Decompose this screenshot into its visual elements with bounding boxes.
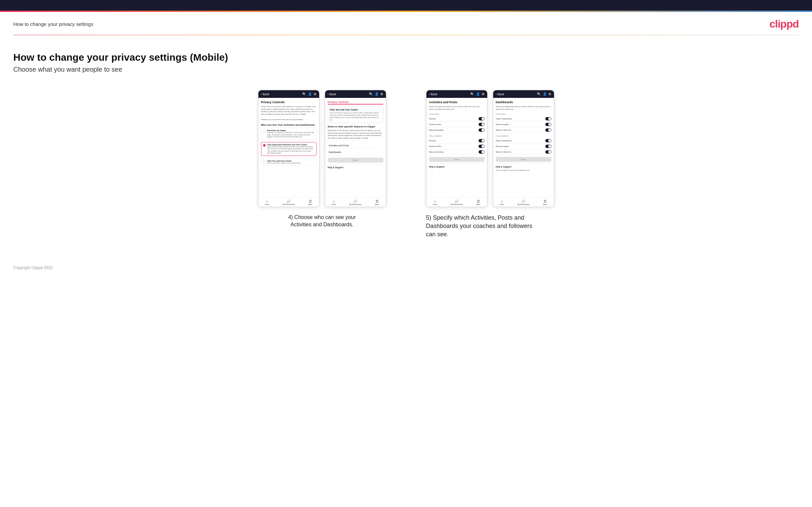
nav-performance-2[interactable]: 📈 My Performance xyxy=(349,200,362,206)
toggle-round-insights-followers[interactable]: Round Insights xyxy=(496,144,551,149)
nav-menu-3[interactable]: ☰ Menu xyxy=(476,200,480,206)
drills-followers-toggle[interactable] xyxy=(478,145,485,148)
radio-everyone[interactable] xyxy=(263,130,266,132)
radio-option-only-you[interactable]: Only You and Your Coach Only you and the… xyxy=(261,158,316,166)
screen4-subtitle: Select the dashboards that you'd like to… xyxy=(496,106,551,111)
screen2-back[interactable]: ‹ Back xyxy=(328,93,337,96)
radio-everyone-desc: Everyone on Clippd can search for you an… xyxy=(267,131,314,138)
radio-option-approved[interactable]: Only Approved Followers and Your Coach O… xyxy=(261,142,316,156)
help-support-2: Help & Support xyxy=(328,164,383,170)
screenshots-row: ‹ Back 🔍 👤 ⚙ Privacy Controls Control ho… xyxy=(13,90,799,239)
what-to-work-on-coaches-toggle[interactable] xyxy=(545,128,551,132)
toggle-rounds-coaches[interactable]: Rounds xyxy=(429,116,485,122)
home-label-2: Home xyxy=(332,204,336,206)
save-button-4[interactable]: Save xyxy=(496,157,551,162)
toggle-player-dashboard-coaches[interactable]: Player Dashboard xyxy=(496,116,551,122)
screen2-icons: 🔍 👤 ⚙ xyxy=(369,92,383,96)
nav-menu-1[interactable]: ☰ Menu xyxy=(308,200,312,206)
search-icon[interactable]: 🔍 xyxy=(302,92,306,96)
nav-performance-1[interactable]: 📈 My Performance xyxy=(283,200,295,206)
people-icon-4[interactable]: 👤 xyxy=(543,92,547,96)
search-icon-4[interactable]: 🔍 xyxy=(537,92,541,96)
nav-menu-4[interactable]: ☰ Menu xyxy=(543,200,547,206)
screen2-tab[interactable]: Privacy Controls xyxy=(328,101,383,104)
screen3-back[interactable]: ‹ Back xyxy=(429,93,438,96)
what-to-work-on-followers-toggle[interactable] xyxy=(545,150,551,154)
radio-option-everyone[interactable]: Everyone on Clippd Everyone on Clippd ca… xyxy=(261,128,316,140)
nav-performance-4[interactable]: 📈 My Performance xyxy=(517,200,530,206)
toggle-rounds-followers[interactable]: Rounds xyxy=(429,138,485,144)
radio-only-you[interactable] xyxy=(263,160,266,163)
mobile-screen-3: ‹ Back 🔍 👤 ⚙ Activities and Posts Select… xyxy=(426,90,488,207)
search-icon-2[interactable]: 🔍 xyxy=(369,92,373,96)
nav-home-4[interactable]: ⌂ Home xyxy=(500,200,504,206)
settings-icon-4[interactable]: ⚙ xyxy=(548,92,551,96)
nav-performance-3[interactable]: 📈 My Performance xyxy=(451,200,463,206)
search-icon-3[interactable]: 🔍 xyxy=(470,92,474,96)
nav-menu-2[interactable]: ☰ Menu xyxy=(375,200,379,206)
drills-coaches-toggle[interactable] xyxy=(478,123,485,126)
menu-activities[interactable]: Activities and Posts › xyxy=(328,143,383,149)
toggle-manual-followers[interactable]: Manual Activities xyxy=(429,149,485,155)
toggle-drills-followers[interactable]: Practice Drills xyxy=(429,144,485,149)
toggle-what-to-work-on-followers[interactable]: What To Work On xyxy=(496,149,551,155)
performance-label-4: My Performance xyxy=(517,204,530,206)
toggle-what-to-work-on-coaches[interactable]: What To Work On xyxy=(496,127,551,133)
rounds-coaches-toggle[interactable] xyxy=(478,117,485,120)
screen3-bottom-nav: ⌂ Home 📈 My Performance ☰ Menu xyxy=(426,198,487,207)
screen1-back[interactable]: ‹ Back xyxy=(261,93,270,96)
settings-icon-2[interactable]: ⚙ xyxy=(380,92,383,96)
screen4-back[interactable]: ‹ Back xyxy=(496,93,504,96)
screen2-body: Regardless of the privacy controls that … xyxy=(328,129,383,140)
performance-label-2: My Performance xyxy=(349,204,362,206)
save-button-2[interactable]: Save xyxy=(328,158,383,163)
screen3-content: Activities and Posts Select the types of… xyxy=(426,98,487,198)
performance-icon-4: 📈 xyxy=(521,200,525,203)
help-support-4: Help & Support xyxy=(496,163,551,169)
radio-approved[interactable] xyxy=(263,144,266,147)
people-icon-3[interactable]: 👤 xyxy=(476,92,480,96)
screen1-bottom-nav: ⌂ Home 📈 My Performance ☰ Menu xyxy=(258,198,319,207)
player-dashboard-coaches-toggle[interactable] xyxy=(545,117,551,120)
round-insights-followers-toggle[interactable] xyxy=(545,145,551,148)
people-icon-2[interactable]: 👤 xyxy=(374,92,378,96)
nav-home-3[interactable]: ⌂ Home xyxy=(433,200,438,206)
menu-label-1: Menu xyxy=(308,204,312,206)
toggle-round-insights-coaches[interactable]: Round Insights xyxy=(496,122,551,127)
screen4-bottom-nav: ⌂ Home 📈 My Performance ☰ Menu xyxy=(493,198,554,207)
what-to-work-on-followers-label: What To Work On xyxy=(496,151,511,153)
logo: clippd xyxy=(769,18,799,30)
settings-icon[interactable]: ⚙ xyxy=(313,92,316,96)
menu-label-3: Menu xyxy=(476,204,480,206)
menu-activities-label: Activities and Posts xyxy=(329,144,349,147)
menu-label-2: Menu xyxy=(375,204,379,206)
round-insights-coaches-label: Round Insights xyxy=(496,123,509,125)
radio-approved-desc: Only approved followers and coaches you … xyxy=(267,146,314,154)
screen3-title: Activities and Posts xyxy=(429,101,485,104)
rounds-followers-label: Rounds xyxy=(429,140,436,142)
toggle-drills-coaches[interactable]: Practice Drills xyxy=(429,122,485,127)
home-label-3: Home xyxy=(433,204,438,206)
help-support-text-4: Visit our Clippd community to troublesho… xyxy=(496,169,551,171)
manual-followers-toggle[interactable] xyxy=(478,150,485,154)
manual-coaches-toggle[interactable] xyxy=(478,128,485,132)
nav-home-1[interactable]: ⌂ Home xyxy=(265,200,269,206)
nav-home-2[interactable]: ⌂ Home xyxy=(332,200,336,206)
rounds-followers-toggle[interactable] xyxy=(478,139,485,143)
menu-activities-arrow: › xyxy=(381,144,382,147)
toggle-manual-coaches[interactable]: Manual Activities xyxy=(429,127,485,133)
settings-icon-3[interactable]: ⚙ xyxy=(481,92,485,96)
main-content: How to change your privacy settings (Mob… xyxy=(0,35,812,259)
menu-dashboards[interactable]: Dashboards › xyxy=(328,149,383,156)
screen4-topbar: ‹ Back 🔍 👤 ⚙ xyxy=(493,90,554,98)
save-button-3[interactable]: Save xyxy=(429,157,485,162)
home-label-1: Home xyxy=(265,204,269,206)
toggle-player-dashboard-followers[interactable]: Player Dashboard xyxy=(496,138,551,144)
privacy-card-desc: Only you and the coaches you connect wit… xyxy=(330,112,381,121)
player-dashboard-followers-toggle[interactable] xyxy=(545,139,551,143)
round-insights-coaches-toggle[interactable] xyxy=(545,123,551,126)
help-support-3: Help & Support xyxy=(429,163,485,169)
screen4-icons: 🔍 👤 ⚙ xyxy=(537,92,551,96)
screen1-icons: 🔍 👤 ⚙ xyxy=(302,92,316,96)
people-icon[interactable]: 👤 xyxy=(308,92,312,96)
